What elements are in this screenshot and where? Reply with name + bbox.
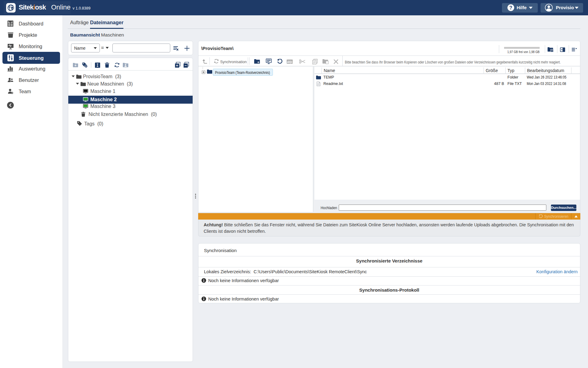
svg-text:ei: ei (11, 7, 13, 10)
svg-text:?: ? (509, 5, 512, 10)
svg-text:ab|c: ab|c (287, 60, 292, 63)
